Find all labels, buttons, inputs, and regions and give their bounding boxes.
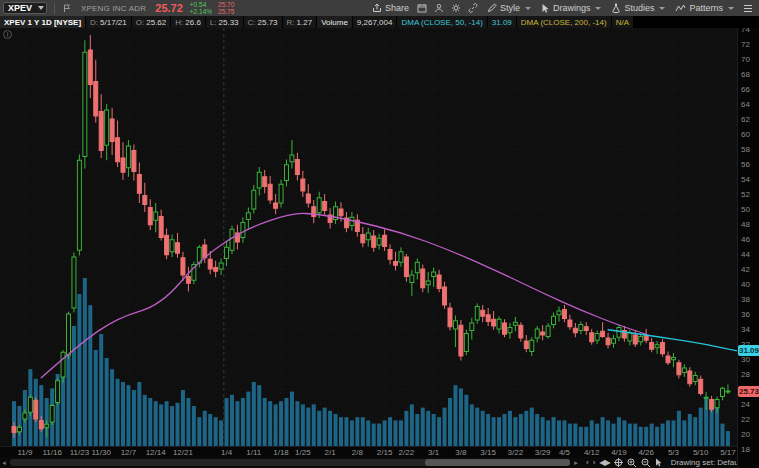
scroll-right-icon[interactable]: ▸ — [572, 459, 580, 467]
gear-icon[interactable] — [450, 2, 463, 15]
y-axis-label: 48 — [741, 220, 750, 229]
candle-body — [323, 202, 327, 211]
scroll-left-icon[interactable]: ◂ — [0, 459, 8, 467]
volume-bar — [699, 408, 703, 446]
symbol-text: XPEV — [8, 3, 32, 13]
candle-body — [677, 363, 681, 375]
toolbar-divider — [54, 3, 55, 14]
candle-body — [557, 311, 561, 315]
studies-button[interactable]: Studies — [606, 1, 670, 15]
volume-bar — [383, 420, 387, 446]
candle-body — [301, 179, 305, 191]
candle-body — [290, 155, 294, 162]
volume-bar — [214, 417, 218, 446]
x-axis-label: 5/3 — [658, 448, 688, 457]
zoom-out-icon[interactable] — [641, 458, 651, 468]
volume-bar — [606, 420, 610, 446]
candle-body — [181, 258, 185, 275]
flag-icon[interactable] — [61, 2, 74, 15]
style-button[interactable]: Style — [482, 1, 536, 15]
step-back-icon[interactable]: ‹ — [586, 458, 589, 467]
study-label[interactable]: DMA (CLOSE, 50, -14) — [397, 16, 487, 28]
candle-body — [584, 327, 588, 331]
candle-body — [541, 332, 545, 335]
volume-bar — [366, 420, 370, 446]
volume-bar — [165, 401, 169, 446]
step-forward-icon[interactable]: › — [593, 458, 596, 467]
volume-bar — [617, 417, 621, 446]
time-axis[interactable]: 11/911/1611/2311/3012/712/1412/211/41/11… — [0, 446, 737, 457]
quote-field: C:25.73 — [244, 16, 283, 28]
candle-body — [143, 196, 147, 205]
volume-bar — [590, 420, 594, 446]
y-axis-label: 44 — [741, 250, 750, 259]
volume-bar — [295, 401, 299, 446]
volume-bar — [612, 424, 616, 446]
volume-bar — [137, 382, 141, 446]
share-button[interactable]: Share — [367, 1, 414, 15]
x-axis-label: 12/7 — [113, 448, 143, 457]
volume-bar — [355, 417, 359, 446]
ma-line-dma-50-displaced-violet — [41, 213, 646, 377]
volume-bar — [88, 305, 92, 446]
menu-icon[interactable] — [741, 2, 754, 15]
volume-bar — [470, 404, 474, 446]
price-axis[interactable]: 1820222426283032343638404244464850525456… — [737, 0, 759, 468]
drawings-button[interactable]: Drawings — [536, 1, 607, 15]
volume-bar — [99, 334, 103, 446]
symbol-selector[interactable]: XPEV — [3, 2, 47, 14]
calendar-icon[interactable] — [416, 2, 429, 15]
volume-bar — [197, 417, 201, 446]
candle-body — [312, 207, 316, 217]
flask-icon — [611, 3, 621, 13]
status-bar: ◂ ▸ ‹ › ◀▶ Drawing set: Default — [0, 457, 759, 468]
volume-bar — [682, 420, 686, 446]
candle-body — [508, 328, 512, 333]
info-icon[interactable]: i — [3, 30, 12, 39]
volume-bar — [541, 417, 545, 446]
candle-body — [77, 160, 81, 250]
pointer-tool-icon[interactable] — [655, 458, 663, 467]
candle-body — [693, 376, 697, 382]
volume-bar — [513, 417, 517, 446]
volume-bar — [372, 424, 376, 446]
x-axis-label: 3/22 — [500, 448, 530, 457]
candle-body — [530, 340, 534, 351]
zoom-in-icon[interactable] — [627, 458, 637, 468]
volume-bar — [535, 414, 539, 446]
chart-title[interactable]: XPEV 1 Y 1D [NYSE] — [0, 16, 86, 28]
price-chart-pane[interactable]: i — [0, 28, 737, 446]
fast-scroll-icon[interactable]: ◀▶ — [599, 458, 609, 467]
candle-body — [524, 341, 528, 349]
candle-body — [219, 263, 223, 269]
bid-ask-stack: 25.70 25.75 — [218, 1, 234, 15]
candle-body — [295, 160, 299, 175]
chart-nav-controls: ‹ › ◀▶ — [586, 458, 663, 468]
person-icon[interactable] — [433, 2, 446, 15]
study-label[interactable]: DMA (CLOSE, 200, -14) — [517, 16, 612, 28]
volume-bar — [399, 420, 403, 446]
pct-change: +2.14% — [190, 8, 212, 15]
scrollbar-thumb[interactable] — [425, 459, 570, 466]
style-label: Style — [500, 3, 520, 13]
study-legend: DMA (CLOSE, 50, -14)31.09DMA (CLOSE, 200… — [397, 16, 634, 28]
x-axis-label: 2/1 — [315, 448, 345, 457]
volume-bar — [508, 411, 512, 446]
volume-bar — [573, 424, 577, 446]
quote-bar: XPEV 1 Y 1D [NYSE] D:5/17/21O:25.62H:26.… — [0, 16, 759, 28]
y-axis-label: 36 — [741, 310, 750, 319]
volume-bar — [464, 395, 468, 446]
change-stack: +0.54 +2.14% — [190, 1, 212, 15]
chart-scrollbar[interactable] — [10, 459, 570, 466]
candle-body — [186, 277, 190, 284]
patterns-button[interactable]: Patterns — [670, 1, 739, 15]
candle-body — [617, 328, 621, 338]
crosshair-icon[interactable] — [614, 458, 623, 467]
candle-body — [590, 333, 594, 342]
link-icon[interactable] — [467, 2, 480, 15]
x-axis-label: 1/4 — [212, 448, 242, 457]
candle-body — [503, 323, 507, 334]
candle-body — [274, 203, 278, 208]
drawings-label: Drawings — [553, 3, 591, 13]
candle-body — [394, 262, 398, 266]
